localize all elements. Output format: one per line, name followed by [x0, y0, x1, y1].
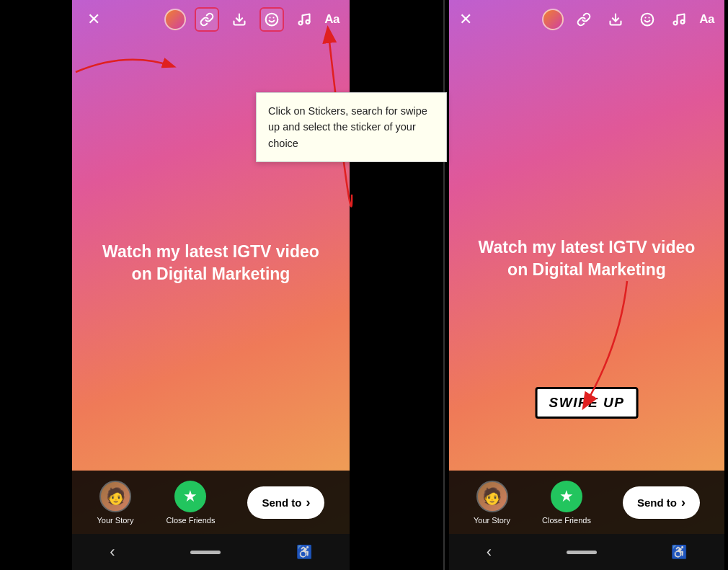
right-nav-bar: ‹ ♿ [449, 534, 724, 570]
left-main-text: Watch my latest IGTV video on Digital Ma… [72, 240, 350, 285]
music-icon-btn[interactable] [293, 8, 316, 31]
left-toolbar: ✕ [72, 0, 350, 39]
accessibility-icon-left: ♿ [296, 544, 312, 560]
svg-point-4 [299, 22, 303, 25]
close-icon[interactable]: ✕ [82, 10, 105, 29]
sticker-icon-btn-right[interactable] [636, 8, 659, 31]
avatar-right [542, 9, 564, 30]
annotation-box: Click on Stickers, search for swipe up a… [256, 92, 447, 162]
back-icon-left[interactable]: ‹ [110, 543, 115, 561]
your-story-label-left: Your Story [97, 516, 134, 525]
close-friends-label-left: Close Friends [167, 516, 216, 525]
your-story-label-right: Your Story [474, 516, 510, 525]
svg-point-10 [674, 22, 678, 25]
left-phone: ✕ [68, 0, 353, 570]
right-toolbar: ✕ Aa [449, 0, 724, 39]
download-icon-btn[interactable] [228, 8, 251, 31]
back-icon-right[interactable]: ‹ [487, 543, 492, 561]
music-icon [297, 12, 311, 27]
download-icon-btn-right[interactable] [604, 8, 627, 31]
sticker-icon [265, 12, 279, 27]
svg-point-5 [306, 20, 310, 24]
sticker-icon-btn[interactable] [259, 7, 284, 32]
phone-divider [443, 0, 445, 570]
right-phone: ✕ Aa [445, 0, 728, 570]
svg-point-11 [681, 20, 685, 24]
link-icon-btn[interactable] [195, 7, 219, 32]
home-pill-left[interactable] [190, 551, 221, 554]
right-main-text: Watch my latest IGTV video on Digital Ma… [449, 236, 724, 280]
close-friends-avatar-left: ★ [174, 481, 206, 512]
link-icon [200, 12, 214, 27]
right-bottom-bar: 🧑 Your Story ★ Close Friends Send to › [449, 471, 724, 534]
text-btn[interactable]: Aa [324, 12, 339, 27]
send-to-button-right[interactable]: Send to › [623, 486, 700, 519]
close-friends-option-right[interactable]: ★ Close Friends [542, 481, 591, 525]
close-icon-right[interactable]: ✕ [459, 10, 472, 28]
swipe-up-sticker[interactable]: SWIPE UP [536, 387, 639, 419]
download-icon-right [608, 12, 623, 27]
download-icon [232, 12, 247, 27]
your-story-avatar-right: 🧑 [476, 481, 508, 512]
avatar [164, 9, 186, 30]
close-friends-option-left[interactable]: ★ Close Friends [167, 481, 216, 525]
send-to-button-left[interactable]: Send to › [247, 486, 324, 519]
close-friends-label-right: Close Friends [542, 516, 591, 525]
left-nav-bar: ‹ ♿ [72, 534, 350, 570]
home-pill-right[interactable] [567, 551, 597, 554]
your-story-avatar-left: 🧑 [99, 481, 131, 512]
svg-point-7 [642, 14, 654, 26]
link-icon-btn-right[interactable] [572, 8, 595, 31]
your-story-option-right[interactable]: 🧑 Your Story [474, 481, 510, 525]
music-icon-btn-right[interactable] [667, 8, 691, 31]
link-icon-right [577, 12, 591, 27]
text-btn-right[interactable]: Aa [699, 12, 714, 27]
your-story-option-left[interactable]: 🧑 Your Story [97, 481, 134, 525]
sticker-icon-right [640, 12, 654, 27]
music-icon-right [672, 12, 686, 27]
close-friends-avatar-right: ★ [551, 481, 582, 512]
svg-point-1 [266, 14, 278, 26]
left-bottom-bar: 🧑 Your Story ★ Close Friends Send to › [72, 471, 350, 534]
accessibility-icon-right: ♿ [671, 544, 687, 560]
